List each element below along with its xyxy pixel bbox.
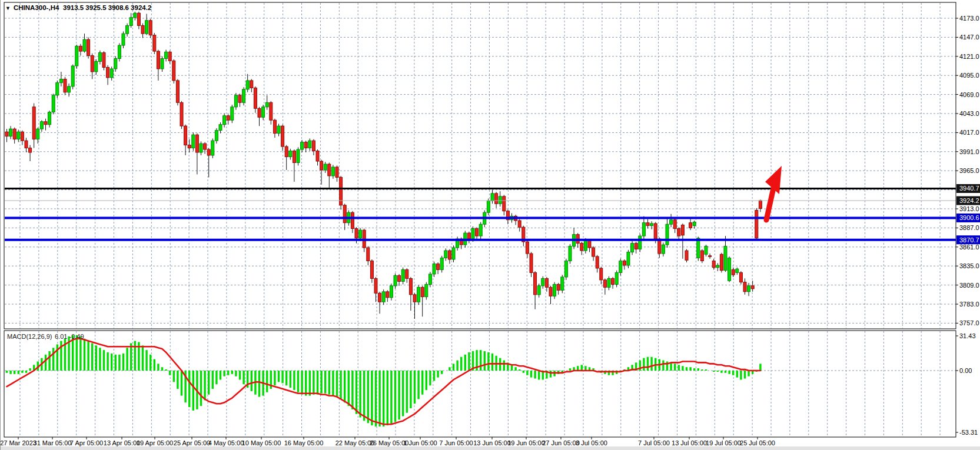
- bearish-candle: [751, 286, 754, 289]
- bullish-candle: [211, 141, 214, 155]
- bearish-candle: [673, 220, 676, 229]
- bearish-candle: [320, 161, 323, 170]
- bullish-candle: [584, 241, 587, 251]
- bullish-candle: [401, 269, 404, 281]
- bullish-candle: [242, 89, 245, 102]
- bullish-candle: [165, 52, 168, 58]
- date-tick-label: 3 Jul 05:00: [576, 439, 607, 446]
- chart-canvas[interactable]: 4173.04147.04121.04095.04069.04043.04017…: [1, 0, 980, 450]
- bearish-candle: [623, 261, 626, 265]
- bearish-candle: [700, 251, 703, 261]
- price-tick-label: 4121.0: [959, 53, 979, 60]
- price-tick-label: 3835.0: [959, 262, 979, 269]
- bearish-candle: [195, 135, 198, 152]
- up-arrow-annotation[interactable]: [765, 166, 782, 220]
- bearish-candle: [712, 261, 715, 267]
- bullish-candle: [308, 141, 311, 148]
- bullish-candle: [564, 261, 567, 276]
- bullish-candle: [479, 224, 482, 236]
- date-tick-label: 16 May 05:00: [284, 439, 324, 446]
- date-axis[interactable]: 27 Mar 202331 Mar 05:007 Apr 05:0013 Apr…: [1, 437, 775, 446]
- bearish-candle: [204, 144, 207, 149]
- bullish-candle: [118, 45, 121, 58]
- bearish-candle: [534, 272, 537, 294]
- bullish-candle: [452, 248, 455, 259]
- bearish-candle: [545, 278, 548, 287]
- bullish-candle: [277, 126, 280, 133]
- grid-lines: [5, 3, 956, 436]
- bullish-candle: [297, 149, 300, 162]
- quote-line: ▼ CHINA300-,H4 3913.5 3925.5 3908.6 3924…: [5, 4, 151, 11]
- bearish-candle: [634, 244, 637, 249]
- bullish-candle: [231, 107, 234, 120]
- macd-tick-label: -53.31: [959, 429, 978, 436]
- bullish-candle: [491, 194, 494, 201]
- price-axis-badges: 3940.73924.23900.63870.7: [956, 184, 980, 244]
- bearish-candle: [64, 79, 67, 92]
- bearish-candle: [378, 293, 381, 302]
- date-tick-label: 7 Apr 05:00: [70, 439, 103, 446]
- bullish-candle: [59, 79, 62, 82]
- bullish-candle: [705, 246, 707, 255]
- macd-label-group: MACD(12,26,9) 6.01 -0.49: [7, 333, 84, 340]
- bullish-candle: [615, 272, 618, 284]
- bearish-candle: [168, 52, 171, 61]
- bullish-candle: [440, 258, 443, 270]
- bearish-candle: [102, 53, 105, 68]
- macd-axis[interactable]: 31.430.00-53.31: [956, 332, 978, 436]
- bullish-candle: [265, 102, 268, 106]
- bullish-candle: [145, 21, 148, 34]
- bullish-candle: [642, 223, 645, 236]
- bearish-candle: [316, 151, 319, 161]
- bullish-candle: [161, 59, 164, 69]
- bullish-candle: [98, 53, 101, 62]
- bearish-candle: [367, 248, 370, 261]
- bearish-candle: [335, 167, 338, 177]
- bearish-candle: [5, 132, 8, 136]
- bullish-candle: [40, 122, 43, 129]
- price-tick-label: 3809.0: [959, 282, 979, 289]
- bearish-candle: [293, 151, 295, 163]
- bearish-candle: [739, 272, 742, 282]
- date-tick-label: 19 Apr 05:00: [137, 439, 173, 446]
- price-level-badge-label: 3924.2: [959, 197, 979, 204]
- bearish-candle: [227, 116, 230, 120]
- bearish-candle: [270, 102, 273, 120]
- bullish-candle: [639, 236, 642, 249]
- bearish-candle: [612, 278, 614, 284]
- bullish-candle: [499, 196, 501, 204]
- date-tick-label: 13 Jun 05:00: [473, 439, 511, 446]
- bearish-candle: [87, 39, 90, 55]
- quote-ohlc-values: 3913.5 3925.5 3908.6 3924.2: [63, 4, 151, 11]
- bullish-candle: [390, 286, 393, 298]
- bullish-candle: [301, 142, 304, 149]
- bullish-candle: [394, 275, 397, 285]
- bullish-candle: [95, 62, 98, 72]
- date-tick-label: 19 Jun 05:00: [507, 439, 545, 446]
- date-tick-label: 13 Apr 05:00: [104, 439, 140, 446]
- bearish-candle: [141, 25, 144, 34]
- bullish-candle: [56, 83, 59, 95]
- price-tick-label: 3757.0: [959, 319, 979, 326]
- macd-indicator: [7, 335, 760, 426]
- bearish-candle: [343, 205, 346, 223]
- bullish-candle: [736, 269, 739, 272]
- bearish-candle: [273, 120, 276, 133]
- bearish-candle: [285, 146, 288, 156]
- bearish-candle: [172, 61, 175, 81]
- bearish-candle: [646, 223, 649, 226]
- bullish-candle: [627, 252, 630, 265]
- bullish-candle: [724, 246, 727, 271]
- bearish-candle: [254, 88, 257, 108]
- bullish-candle: [569, 246, 572, 261]
- bullish-candle: [716, 265, 719, 268]
- bullish-candle: [126, 25, 129, 34]
- price-axis[interactable]: 4173.04147.04121.04095.04069.04043.04017…: [956, 15, 979, 326]
- bearish-candle: [351, 212, 354, 228]
- symbol-dropdown-icon[interactable]: ▼: [5, 5, 11, 11]
- bullish-candle: [200, 144, 202, 152]
- macd-tick-label: 31.43: [959, 332, 976, 339]
- date-tick-label: 13 Jul 05:00: [672, 439, 707, 446]
- bullish-candle: [234, 95, 237, 107]
- bearish-candle: [596, 256, 599, 268]
